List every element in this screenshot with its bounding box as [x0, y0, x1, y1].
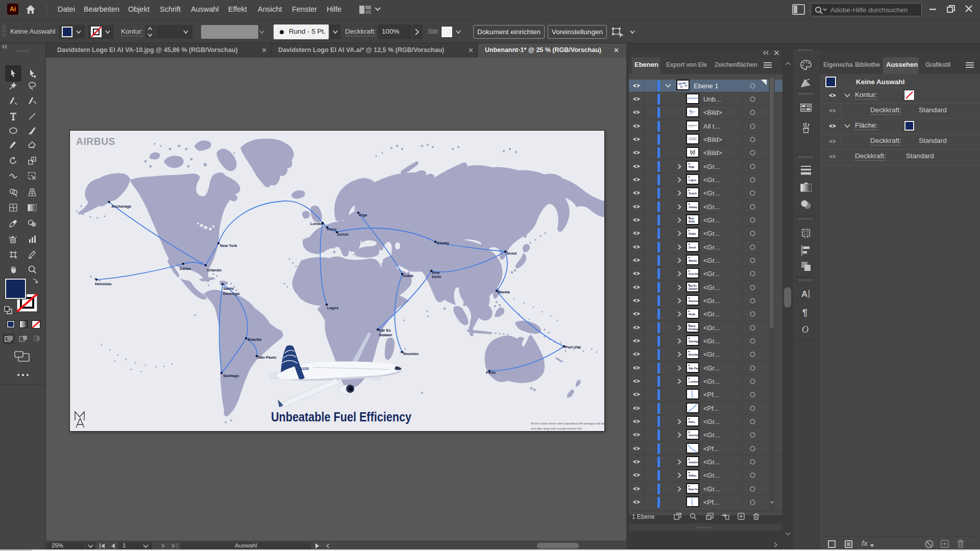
- svg-text:Dallas: Dallas: [180, 266, 191, 271]
- svg-text:Anchorage: Anchorage: [689, 461, 698, 464]
- svg-text:Almaty: Almaty: [689, 206, 697, 209]
- svg-text:Delhí: Delhí: [432, 274, 442, 279]
- svg-text:Paris: Paris: [327, 227, 336, 232]
- svg-text:São Paulo: São Paulo: [689, 367, 698, 370]
- svg-text:Dallas: Dallas: [689, 474, 696, 477]
- svg-text:Brasília: Brasília: [248, 337, 262, 342]
- svg-text:Honolulu: Honolulu: [689, 434, 698, 437]
- svg-text:Santo: Santo: [223, 286, 234, 291]
- svg-text:Orlando: Orlando: [207, 268, 222, 272]
- svg-text:Almaty: Almaty: [436, 241, 450, 245]
- svg-text:All the routes shown were calc: All the routes shown were calculated wit…: [531, 422, 604, 425]
- svg-text:Santiago: Santiago: [689, 340, 698, 343]
- svg-text:New York: New York: [689, 488, 698, 491]
- svg-text:Reunión: Reunión: [403, 352, 419, 356]
- svg-text:¶: ¶: [802, 308, 807, 318]
- svg-text:Perth: Perth: [689, 313, 695, 316]
- svg-text:Perth: Perth: [486, 370, 496, 375]
- svg-text:Riga: Riga: [359, 213, 368, 217]
- svg-text:and safe range with enough res: and safe range with enough reserve fuel: [531, 427, 582, 430]
- svg-text:London: London: [310, 221, 325, 226]
- svg-text:Zurich: Zurich: [689, 192, 697, 195]
- svg-text:Domingo: Domingo: [223, 291, 240, 296]
- svg-text:Unbeatable Fuel Efficiency: Unbeatable Fuel Efficiency: [271, 409, 411, 424]
- svg-text:Salaam: Salaam: [379, 333, 393, 337]
- svg-text:Paris: Paris: [689, 420, 695, 423]
- svg-text:Salaam: Salaam: [689, 287, 698, 290]
- svg-text:O: O: [802, 324, 808, 335]
- svg-text:AIRBUS: AIRBUS: [76, 136, 115, 147]
- svg-text:Lagos: Lagos: [689, 179, 696, 182]
- svg-text:A220: A220: [300, 366, 309, 371]
- svg-text:Manila: Manila: [689, 259, 697, 262]
- svg-text:Reunión: Reunión: [689, 299, 698, 303]
- svg-text:Dar Es: Dar Es: [379, 328, 391, 333]
- svg-text:Delhí: Delhí: [689, 220, 695, 223]
- svg-text:Anchorage: Anchorage: [111, 204, 131, 209]
- svg-text:London: London: [689, 380, 698, 383]
- svg-text:Zurich: Zurich: [337, 232, 349, 237]
- svg-text:New York: New York: [220, 243, 237, 248]
- svg-text:Brasília: Brasília: [689, 353, 698, 356]
- svg-text:Riga: Riga: [689, 165, 694, 168]
- svg-text:Dubai: Dubai: [403, 273, 413, 278]
- svg-text:Honolulu: Honolulu: [95, 282, 112, 286]
- svg-text:Seoul: Seoul: [506, 251, 517, 256]
- svg-text:Seoul: Seoul: [689, 246, 696, 249]
- svg-text:Port-Vila: Port-Vila: [565, 345, 581, 349]
- svg-text:Santiago: Santiago: [223, 373, 239, 378]
- svg-text:Dubai: Dubai: [689, 232, 696, 235]
- svg-text:Domingo: Domingo: [689, 328, 698, 331]
- svg-text:São Paulo: São Paulo: [258, 355, 277, 360]
- svg-text:A: A: [801, 289, 807, 299]
- svg-text:Port-Vila: Port-Vila: [689, 272, 698, 276]
- svg-text:Lagos: Lagos: [327, 306, 338, 310]
- svg-text:Manila: Manila: [498, 290, 510, 294]
